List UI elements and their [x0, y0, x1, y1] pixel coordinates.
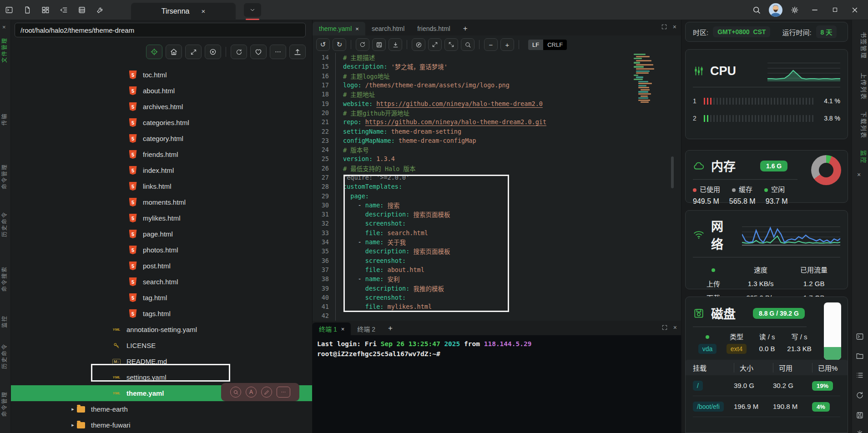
reload-file-button[interactable]: [356, 38, 369, 51]
folder-collapsed-icon[interactable]: ▸: [69, 422, 76, 428]
path-input[interactable]: /root/halo/halo2/themes/theme-dream: [15, 23, 306, 37]
terminal-output[interactable]: Last login: Fri Sep 26 13:25:47 2025 fro…: [313, 335, 681, 433]
file-row[interactable]: 5page.html: [11, 226, 312, 242]
locate-file-button[interactable]: [146, 45, 162, 59]
show-hidden-button[interactable]: [205, 45, 221, 59]
left-rail-tab-5[interactable]: 监控: [0, 312, 11, 332]
list-shortcut-icon[interactable]: [856, 371, 865, 380]
file-row[interactable]: 5archives.html: [11, 99, 312, 115]
html-file-icon: 5: [128, 309, 137, 318]
more-actions-button[interactable]: [270, 45, 286, 59]
file-row[interactable]: ▸theme-earth: [11, 401, 312, 417]
tools-button[interactable]: [91, 2, 109, 18]
add-editor-tab-button[interactable]: +: [457, 22, 474, 35]
refresh-files-button[interactable]: [231, 45, 247, 59]
file-row[interactable]: 5tags.html: [11, 306, 312, 322]
edit-file-icon[interactable]: [261, 387, 272, 398]
file-row[interactable]: 5links.html: [11, 178, 312, 194]
left-rail-tab-3[interactable]: 历史命令: [0, 207, 11, 242]
close-terminal-icon[interactable]: ×: [673, 324, 677, 331]
left-rail-tab-2[interactable]: 命令管理: [0, 159, 11, 194]
folder-collapsed-icon[interactable]: ▸: [69, 406, 76, 412]
close-terminal-tab-icon[interactable]: ×: [341, 326, 345, 332]
left-rail-tab-6[interactable]: 历史命令: [0, 339, 11, 373]
editor-scrollbar[interactable]: [671, 156, 674, 188]
shrink-view-button[interactable]: [428, 38, 442, 51]
file-row[interactable]: 5categories.html: [11, 115, 312, 131]
layout-button[interactable]: [36, 2, 55, 18]
editor-minimap[interactable]: [634, 54, 661, 104]
settings-shortcut-icon[interactable]: [856, 429, 865, 433]
file-row[interactable]: 5category.html: [11, 131, 312, 146]
session-tab[interactable]: Tirsenna ×: [131, 3, 236, 20]
redo-button[interactable]: ↻: [333, 38, 346, 51]
minimize-button[interactable]: [807, 2, 823, 18]
expand-editor-icon[interactable]: [661, 24, 667, 30]
home-directory-button[interactable]: [166, 45, 182, 59]
server-list-button[interactable]: [73, 2, 91, 18]
file-row[interactable]: 5search.html: [11, 274, 312, 290]
toggle-terminal-panel-button[interactable]: [0, 2, 18, 18]
file-row[interactable]: 5photos.html: [11, 242, 312, 258]
add-terminal-tab-button[interactable]: +: [382, 322, 399, 335]
format-button[interactable]: [412, 38, 425, 51]
preview-file-icon[interactable]: [230, 387, 241, 398]
eol-lf-button[interactable]: LF: [528, 40, 543, 50]
collapse-sidebar-icon[interactable]: ×: [2, 24, 6, 30]
left-rail-tab-7[interactable]: 命令管理: [0, 387, 11, 421]
file-row[interactable]: ▸theme-fuwari: [11, 417, 312, 433]
close-window-button[interactable]: [847, 2, 863, 18]
upload-button[interactable]: [289, 45, 306, 59]
outdent-panel-button[interactable]: [55, 2, 73, 18]
undo-button[interactable]: ↺: [316, 38, 330, 51]
file-row[interactable]: 5index.html: [11, 162, 312, 178]
annotate-file-icon[interactable]: A: [246, 387, 257, 398]
new-file-button[interactable]: [18, 2, 36, 18]
file-row[interactable]: 5moments.html: [11, 194, 312, 210]
refresh-shortcut-icon[interactable]: [856, 391, 865, 400]
left-rail-tab-1[interactable]: 传输: [0, 109, 11, 129]
right-rail-tab-2[interactable]: 下载列表: [852, 107, 868, 143]
terminal-tab-终端 1[interactable]: 终端 1×: [313, 322, 351, 335]
expand-terminal-icon[interactable]: [661, 324, 668, 331]
maximize-button[interactable]: [827, 2, 843, 18]
editor-tab-search.html[interactable]: search.html: [365, 22, 411, 35]
close-editor-icon[interactable]: ×: [673, 24, 676, 30]
file-row[interactable]: YMLannotation-setting.yaml: [11, 322, 312, 337]
collapse-tree-button[interactable]: [185, 45, 202, 59]
session-tab-close-icon[interactable]: ×: [201, 7, 205, 15]
right-rail-tab-1[interactable]: 上传列表: [852, 68, 868, 105]
find-in-file-button[interactable]: [461, 38, 474, 51]
close-monitor-icon[interactable]: ×: [857, 171, 861, 178]
avatar[interactable]: [769, 3, 782, 17]
session-dropdown-button[interactable]: [244, 3, 261, 17]
right-rail-tab-0[interactable]: 书签管理: [852, 27, 868, 64]
terminal-shortcut-icon[interactable]: [856, 332, 865, 342]
settings-button[interactable]: [787, 2, 802, 18]
save-file-button[interactable]: [372, 38, 386, 51]
editor-tab-theme.yaml[interactable]: theme.yaml×: [313, 22, 365, 35]
folder-shortcut-icon[interactable]: [856, 352, 865, 361]
terminal-tab-终端 2[interactable]: 终端 2: [351, 322, 382, 335]
file-row[interactable]: 5post.html: [11, 258, 312, 274]
expand-view-button[interactable]: [444, 38, 458, 51]
editor-tab-friends.html[interactable]: friends.html: [411, 22, 456, 35]
file-row[interactable]: 5tag.html: [11, 290, 312, 306]
file-row[interactable]: 5friends.html: [11, 146, 312, 162]
file-row[interactable]: 5toc.html: [11, 67, 312, 83]
file-row[interactable]: 5mylikes.html: [11, 210, 312, 226]
right-rail-tab-3[interactable]: 监控: [852, 146, 868, 167]
global-search-button[interactable]: [749, 2, 764, 18]
file-row[interactable]: 5about.html: [11, 83, 312, 99]
font-smaller-button[interactable]: −: [484, 38, 498, 51]
favorites-button[interactable]: [250, 45, 267, 59]
file-more-icon[interactable]: [277, 387, 290, 398]
eol-crlf-button[interactable]: CRLF: [543, 40, 567, 50]
font-larger-button[interactable]: +: [500, 38, 514, 51]
close-tab-icon[interactable]: ×: [355, 25, 359, 32]
download-file-button[interactable]: [389, 38, 402, 51]
left-rail-tab-4[interactable]: 命令搜索: [0, 262, 11, 296]
file-row[interactable]: LICENSE: [11, 337, 312, 353]
save-shortcut-icon[interactable]: [856, 411, 865, 420]
left-rail-tab-0[interactable]: 文件管理: [0, 33, 11, 67]
